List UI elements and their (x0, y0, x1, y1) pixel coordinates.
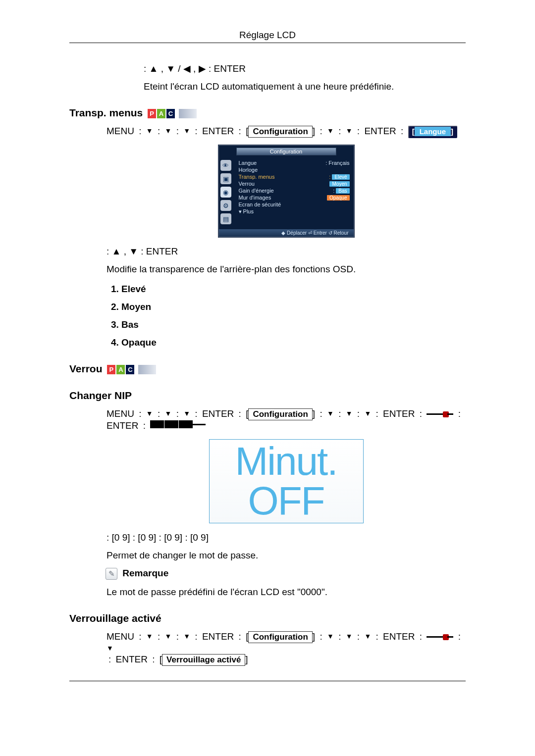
nav-instructions-1: : ▲ , ▼ / ◀ , ▶ : ENTER (144, 63, 466, 74)
heading-transp-menus: Transp. menus P A C (69, 107, 466, 119)
heading-verrou: Verrou P A C (69, 363, 466, 375)
osd-v: Français (328, 160, 349, 166)
down-arrow-icon: ▼ (364, 409, 371, 417)
osd-k: Langue (239, 159, 257, 166)
pin-entry-icon (150, 420, 206, 432)
osd-v: Bas (336, 188, 349, 194)
down-arrow-icon: ▼ (327, 632, 334, 640)
digit-range-line: : [0 9] : [0 9] : [0 9] : [0 9] (107, 532, 466, 543)
osd-k: Mur d'images (239, 194, 271, 201)
osd-title: Configuration (236, 148, 336, 155)
pac-c-badge: C (166, 109, 175, 118)
path-menu: MENU (107, 408, 134, 419)
verrou-active-box-label: Verrouillage activé (162, 654, 245, 666)
option-eleve: Elevé (121, 284, 466, 295)
langue-box-label: Langue (415, 127, 451, 136)
bottom-rule (69, 681, 466, 681)
down-arrow-icon: ▼ (107, 644, 113, 652)
slider-icon (427, 634, 453, 640)
note-icon: ✎ (106, 568, 117, 580)
lcd-preview-text: Minut. OFF (210, 442, 363, 521)
path-menu: MENU (107, 631, 134, 642)
config-bracket: [Configuration] (246, 408, 315, 419)
down-arrow-icon: ▼ (364, 632, 371, 640)
osd-sidebar-icon-4: ⚙ (220, 200, 231, 211)
heading-remarque: Remarque (122, 568, 168, 578)
osd-k: ▾ Plus (239, 208, 254, 215)
osd-k: Gain d'énergie (239, 187, 274, 194)
option-opaque: Opaque (121, 337, 466, 348)
down-arrow-icon: ▼ (183, 409, 190, 417)
config-box-label: Configuration (248, 408, 312, 420)
osd-k: Horloge (239, 166, 258, 173)
nav-instructions-2: : ▲ , ▼ : ENTER (107, 246, 466, 257)
osd-k: Verrou (239, 180, 255, 187)
path-enter: ENTER (383, 631, 415, 642)
osd-footer: ◆ Déplacer ⏎ Entrer ↺ Retour (219, 229, 354, 237)
pac-badges: P A C (148, 109, 175, 118)
osd-k: Ecran de sécurité (239, 201, 281, 208)
config-bracket: [Configuration] (246, 126, 315, 136)
osd-sidebar-icon-5: ▤ (220, 213, 231, 224)
down-arrow-icon: ▼ (165, 632, 172, 640)
down-arrow-icon: ▼ (183, 632, 190, 640)
down-arrow-icon: ▼ (346, 409, 353, 417)
config-box-label: Configuration (248, 126, 312, 138)
heading-changer-nip: Changer NIP (69, 390, 466, 402)
slider-icon (427, 411, 453, 417)
pac-p-badge: P (107, 365, 115, 374)
pac-trail (179, 109, 197, 118)
osd-screenshot: Configuration 👁 ▣ ◉ ⚙ ▤ Langue: Français… (218, 145, 354, 237)
osd-v: Elevé (332, 174, 349, 180)
down-arrow-icon: ▼ (165, 127, 172, 135)
down-arrow-icon: ▼ (146, 127, 153, 135)
pac-trail (138, 365, 156, 374)
default-pw-line: Le mot de passe prédéfini de l'écran LCD… (107, 587, 466, 598)
path-enter: ENTER (364, 126, 396, 136)
heading-verrouillage-active: Verrouillage activé (69, 612, 466, 624)
down-arrow-icon: ▼ (327, 409, 334, 417)
option-bas: Bas (121, 319, 466, 330)
change-pw-line: Permet de changer le mot de passe. (107, 550, 466, 561)
page-header-title: Réglage LCD (69, 30, 466, 43)
path-enter: ENTER (116, 654, 148, 664)
langue-box: [Langue] (408, 126, 457, 138)
down-arrow-icon: ▼ (165, 409, 172, 417)
heading-transp-text: Transp. menus (69, 107, 143, 118)
transp-description: Modifie la transparence de l'arrière-pla… (107, 264, 466, 275)
path-enter: ENTER (107, 420, 138, 431)
config-box-label: Configuration (248, 631, 312, 643)
option-moyen: Moyen (121, 302, 466, 312)
pac-badges: P A C (107, 365, 134, 374)
verrou-active-bracket: [Verrouillage activé] (160, 654, 248, 664)
transp-path-row: MENU : ▼ : ▼ : ▼ : ENTER : [Configuratio… (107, 126, 466, 138)
path-enter: ENTER (202, 408, 234, 419)
osd-k: Transp. menus (239, 173, 275, 180)
down-arrow-icon: ▼ (146, 409, 153, 417)
path-enter: ENTER (202, 631, 234, 642)
osd-v: Opaque (327, 195, 350, 201)
verrou-active-path-row: MENU : ▼ : ▼ : ▼ : ENTER : [Configuratio… (107, 631, 466, 666)
osd-sidebar-icon-3: ◉ (220, 187, 231, 198)
osd-sidebar-icon-2: ▣ (220, 173, 231, 184)
down-arrow-icon: ▼ (327, 127, 334, 135)
osd-v: Moyen (329, 181, 349, 187)
osd-sidebar: 👁 ▣ ◉ ⚙ ▤ (219, 157, 237, 229)
heading-verrou-text: Verrou (69, 363, 103, 374)
pac-p-badge: P (148, 109, 156, 118)
path-menu: MENU (107, 126, 134, 136)
down-arrow-icon: ▼ (346, 632, 353, 640)
lcd-preview-box: Minut. OFF (209, 439, 364, 523)
down-arrow-icon: ▼ (146, 632, 153, 640)
down-arrow-icon: ▼ (183, 127, 190, 135)
osd-sidebar-icon-1: 👁 (220, 160, 231, 171)
auto-off-description: Eteint l'écran LCD automatiquement à une… (144, 81, 466, 92)
pac-a-badge: A (157, 109, 165, 118)
path-enter: ENTER (202, 126, 234, 136)
changer-path-row: MENU : ▼ : ▼ : ▼ : ENTER : [Configuratio… (107, 408, 466, 432)
down-arrow-icon: ▼ (346, 127, 353, 135)
path-enter: ENTER (383, 408, 415, 419)
pac-a-badge: A (116, 365, 125, 374)
config-bracket: [Configuration] (246, 631, 315, 642)
pac-c-badge: C (126, 365, 134, 374)
